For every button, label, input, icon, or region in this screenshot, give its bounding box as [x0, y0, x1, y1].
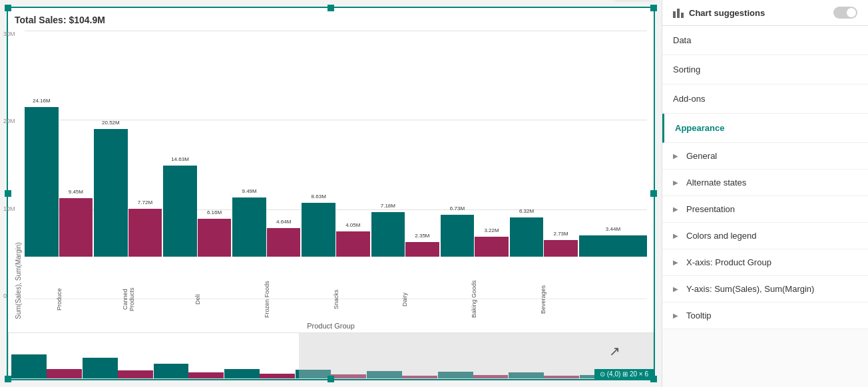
y-tick-10m: 10M	[3, 205, 15, 212]
pink-bar[interactable]: 6.16M	[198, 219, 232, 257]
teal-bar-value: 14.63M	[171, 156, 189, 162]
chevron-general: ▶	[673, 152, 678, 160]
resize-handle-bl[interactable]	[5, 376, 11, 382]
mini-teal-bar[interactable]	[224, 369, 260, 378]
pink-bar-value: 9.45M	[69, 189, 83, 195]
bar-group: 14.63M6.16M	[163, 166, 231, 257]
bar-group: 7.18M2.35M	[371, 212, 439, 257]
pink-bar-value: 4.64M	[276, 219, 291, 225]
settings-header: Chart suggestions	[662, 0, 868, 26]
teal-bar[interactable]: 24.16M	[25, 107, 59, 257]
pink-bar-value: 4.05M	[345, 222, 360, 228]
pink-bar[interactable]: 4.05M	[336, 231, 370, 257]
resize-handle-mr[interactable]	[650, 190, 657, 197]
mini-pink-bar[interactable]	[188, 372, 224, 378]
resize-handle-tl[interactable]	[5, 5, 11, 11]
nav-section-y-axis[interactable]: ▶ Y-axis: Sum(Sales), Sum(Margin)	[662, 276, 868, 303]
x-axis-label: Baking Goods	[439, 279, 509, 319]
mini-teal-bar[interactable]	[83, 358, 118, 378]
chevron-presentation: ▶	[673, 205, 678, 213]
nav-section-general[interactable]: ▶ General	[662, 143, 868, 170]
x-axis-label: Beverages	[509, 279, 578, 319]
teal-bar-value: 3.44M	[606, 226, 620, 232]
x-axis-label: Canned Products	[94, 279, 163, 319]
chevron-y-axis: ▶	[673, 285, 678, 293]
chart-panel: ⤢ ··· Total Sales: $104.9M Sum(Sales), S…	[0, 0, 662, 387]
pink-bar[interactable]: 2.73M	[544, 240, 578, 257]
teal-bar-value: 8.63M	[312, 194, 326, 199]
pink-bar-value: 6.16M	[207, 209, 222, 215]
resize-handle-tr[interactable]	[650, 5, 657, 11]
nav-section-alternate-states[interactable]: ▶ Alternate states	[662, 170, 868, 196]
teal-bar-value: 24.16M	[33, 98, 51, 104]
nav-section-presentation[interactable]: ▶ Presentation	[662, 196, 868, 223]
mini-pink-bar[interactable]	[260, 374, 295, 378]
teal-bar[interactable]: 6.73M	[441, 215, 475, 257]
y-tick-20m: 20M	[3, 118, 15, 124]
pink-bar-value: 7.72M	[138, 199, 152, 205]
chart-inner: Total Sales: $104.9M Sum(Sales), Sum(Mar…	[8, 8, 654, 331]
teal-bar-value: 6.73M	[450, 205, 465, 211]
mini-teal-bar[interactable]	[154, 364, 189, 378]
y-tick-30m: 30M	[3, 31, 15, 37]
chart-plot-area: 30M 20M 10M 0 24.16M9.45M20.52M7.7	[25, 31, 647, 319]
nav-item-data[interactable]: Data	[662, 26, 868, 55]
bars-area: 24.16M9.45M20.52M7.72M14.63M6.16M9.49M4.…	[25, 31, 647, 277]
teal-bar[interactable]: 6.32M	[510, 217, 544, 257]
chevron-tooltip: ▶	[673, 312, 678, 319]
x-axis-label	[578, 279, 647, 319]
x-axis: ProduceCanned ProductsDeliFrozen FoodsSn…	[25, 279, 647, 319]
mini-pink-bar[interactable]	[118, 370, 153, 378]
teal-bar[interactable]: 20.52M	[94, 129, 128, 257]
mini-pink-bar[interactable]	[47, 369, 82, 378]
x-axis-label: Deli	[163, 279, 232, 319]
mini-bar-group	[83, 358, 153, 378]
resize-handle-ml[interactable]	[5, 190, 11, 197]
pink-bar[interactable]: 4.64M	[267, 228, 301, 257]
pink-bar[interactable]: 3.22M	[475, 237, 509, 257]
bar-group: 8.63M4.05M	[302, 203, 369, 257]
mini-bar-group	[224, 369, 295, 378]
pink-bar-value: 2.73M	[553, 231, 568, 237]
teal-bar[interactable]: 9.49M	[232, 197, 266, 257]
bar-group: 9.49M4.64M	[232, 197, 300, 257]
bar-group: 3.44M	[579, 235, 647, 257]
resize-handle-br[interactable]	[650, 376, 657, 382]
chart-main: Sum(Sales), Sum(Margin) 30M 20M 10M 0	[15, 31, 647, 319]
nav-section-x-axis[interactable]: ▶ X-axis: Product Group	[662, 249, 868, 276]
mini-bar-group	[154, 364, 224, 378]
teal-bar[interactable]: 7.18M	[371, 212, 405, 257]
pink-bar[interactable]: 7.72M	[128, 209, 162, 257]
resize-handle-tm[interactable]	[327, 5, 334, 11]
nav-section-colors-legend[interactable]: ▶ Colors and legend	[662, 223, 868, 249]
chevron-x-axis: ▶	[673, 259, 678, 266]
nav-item-appearance[interactable]: Appearance	[662, 114, 868, 143]
teal-bar-value: 9.49M	[242, 188, 256, 194]
nav-item-addons[interactable]: Add-ons	[662, 84, 868, 114]
x-axis-title: Product Group	[15, 319, 647, 331]
teal-bar[interactable]: 8.63M	[302, 203, 335, 257]
chevron-colors-legend: ▶	[673, 232, 678, 239]
pink-bar[interactable]: 9.45M	[59, 198, 93, 257]
settings-panel: Chart suggestions Data Sorting Add-ons A…	[662, 0, 868, 387]
mini-chart[interactable]	[8, 332, 654, 379]
teal-bar[interactable]: 14.63M	[163, 166, 197, 257]
pink-bar-value: 2.35M	[415, 233, 429, 239]
pink-bar-value: 3.22M	[484, 227, 499, 233]
nav-section-tooltip[interactable]: ▶ Tooltip	[662, 303, 868, 329]
teal-bar-value: 7.18M	[381, 203, 395, 209]
teal-bar-value: 6.32M	[519, 208, 534, 214]
pink-bar[interactable]: 2.35M	[405, 242, 439, 257]
teal-bar[interactable]: 3.44M	[579, 235, 647, 257]
resize-handle-bm[interactable]	[327, 376, 334, 382]
settings-nav: Data Sorting Add-ons Appearance ▶ Genera…	[662, 26, 868, 387]
status-bar: ⊙ (4,0) ⊞ 20 × 6	[594, 369, 654, 379]
chart-suggestions-toggle[interactable]	[833, 7, 857, 19]
mini-bar-group	[11, 354, 82, 378]
teal-bar-value: 20.52M	[102, 120, 120, 126]
settings-header-left: Chart suggestions	[673, 7, 765, 18]
nav-item-sorting[interactable]: Sorting	[662, 55, 868, 84]
chevron-alternate-states: ▶	[673, 179, 678, 186]
mini-teal-bar[interactable]	[11, 354, 47, 378]
x-axis-label: Dairy	[370, 279, 439, 319]
